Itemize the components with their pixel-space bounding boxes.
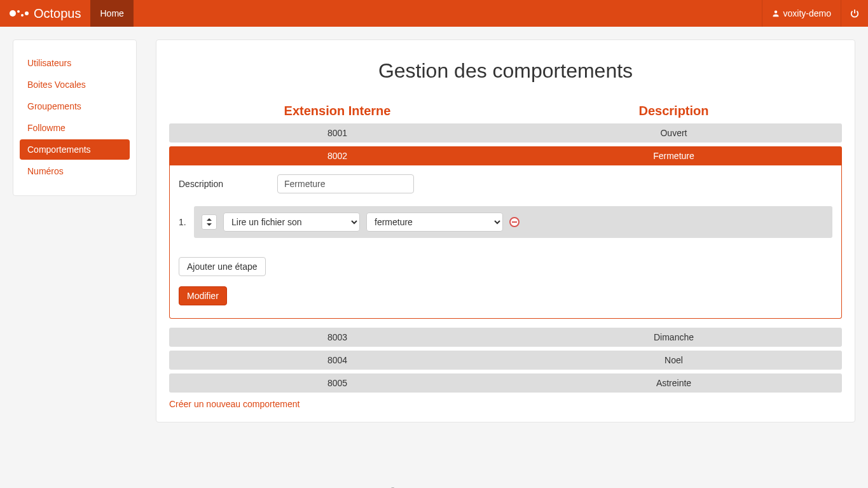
description-label: Description <box>179 179 277 189</box>
cell-description: Noel <box>506 351 842 370</box>
table-row-selected[interactable]: 8002 Fermeture <box>169 146 842 165</box>
brand[interactable]: Octopus <box>0 0 90 27</box>
sort-icon <box>206 218 212 226</box>
cell-description: Dimanche <box>506 328 842 347</box>
nav-spacer <box>134 0 762 27</box>
nav-user-menu[interactable]: voxity-demo <box>762 0 841 27</box>
sidebar-item-label: Boites Vocales <box>27 80 86 90</box>
cell-description: Ouvert <box>506 123 842 143</box>
cell-extension: 8003 <box>169 328 506 347</box>
sidebar-item-boites-vocales[interactable]: Boites Vocales <box>20 74 130 95</box>
top-navbar: Octopus Home voxity-demo <box>0 0 868 27</box>
sidebar-item-label: Comportements <box>27 144 91 155</box>
add-step-button[interactable]: Ajouter une étape <box>179 257 266 276</box>
modify-label: Modifier <box>187 291 219 301</box>
sidebar-item-numeros[interactable]: Numéros <box>20 161 130 181</box>
cell-extension: 8001 <box>169 123 506 143</box>
col-header-extension: Extension Interne <box>169 99 506 123</box>
description-input[interactable] <box>277 174 414 193</box>
col-header-description: Description <box>506 99 842 123</box>
page-container: Utilisateurs Boites Vocales Groupements … <box>0 27 868 435</box>
sidebar-item-label: Utilisateurs <box>27 58 71 68</box>
modify-button[interactable]: Modifier <box>179 286 227 305</box>
nav-home-label: Home <box>100 8 123 18</box>
sidebar-item-comportements[interactable]: Comportements <box>20 139 130 160</box>
table-row[interactable]: 8003 Dimanche <box>169 328 842 347</box>
edit-panel: Description 1. Lire un fichier son ferme… <box>169 162 842 319</box>
sidebar-item-followme[interactable]: Followme <box>20 118 130 138</box>
description-row: Description <box>179 174 832 193</box>
action-select[interactable]: Lire un fichier son <box>223 213 360 232</box>
power-icon <box>850 9 859 18</box>
table-row[interactable]: 8004 Noel <box>169 351 842 370</box>
create-new-label: Créer un nouveau comportement <box>169 399 300 409</box>
main-panel: Gestion des comportements Extension Inte… <box>156 39 855 422</box>
step-number: 1. <box>179 217 194 227</box>
nav-home[interactable]: Home <box>90 0 133 27</box>
step-box: Lire un fichier son fermeture <box>194 206 832 238</box>
drag-handle[interactable] <box>202 214 217 230</box>
octopus-logo-icon <box>10 10 29 17</box>
file-select[interactable]: fermeture <box>366 213 503 232</box>
add-step-label: Ajouter une étape <box>187 261 258 272</box>
table-row[interactable]: 8001 Ouvert <box>169 123 842 143</box>
page-title: Gestion des comportements <box>169 59 842 83</box>
sidebar-item-groupements[interactable]: Groupements <box>20 96 130 116</box>
table-row[interactable]: 8005 Astreinte <box>169 373 842 393</box>
sidebar-item-label: Numéros <box>27 166 64 176</box>
brand-text: Octopus <box>34 6 81 21</box>
footer: © Copyright 2014 Voxity <box>0 435 868 488</box>
create-new-link[interactable]: Créer un nouveau comportement <box>169 399 300 409</box>
table-header-row: Extension Interne Description <box>169 99 842 123</box>
cell-description: Astreinte <box>506 373 842 393</box>
cell-extension: 8004 <box>169 351 506 370</box>
nav-user-label: voxity-demo <box>783 8 831 18</box>
cell-extension: 8002 <box>169 146 506 165</box>
remove-step-button[interactable] <box>509 217 520 227</box>
sidebar-item-utilisateurs[interactable]: Utilisateurs <box>20 53 130 73</box>
nav-logout[interactable] <box>841 0 868 27</box>
sidebar-item-label: Groupements <box>27 101 81 111</box>
sidebar: Utilisateurs Boites Vocales Groupements … <box>13 39 137 196</box>
add-step-block: Ajouter une étape <box>179 257 832 276</box>
cell-description: Fermeture <box>506 146 842 165</box>
sidebar-item-label: Followme <box>27 123 65 133</box>
minus-icon <box>512 221 517 223</box>
user-icon <box>772 10 780 17</box>
step-row: 1. Lire un fichier son fermeture <box>179 206 832 238</box>
cell-extension: 8005 <box>169 373 506 393</box>
